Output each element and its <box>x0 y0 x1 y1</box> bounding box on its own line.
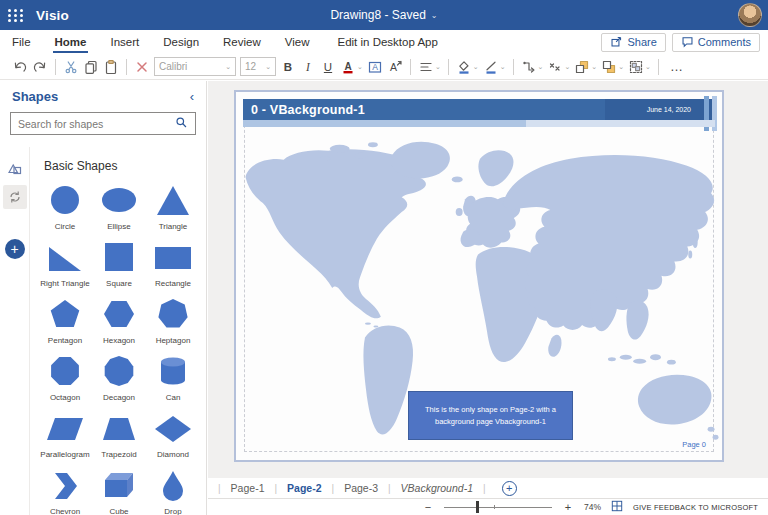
shape-label: Rectangle <box>155 279 191 288</box>
background-sub-band <box>243 120 715 127</box>
shape-label: Heptagon <box>156 336 191 345</box>
ribbon-toolbar: Calibri⌄12⌄BIUA⌄AA⌄⌄⌄⌄⌄⌄⌄⌄… <box>0 54 768 80</box>
shape-rectangle[interactable]: Rectangle <box>146 234 200 291</box>
background-title-band[interactable]: 0 - VBackground-1 June 14, 2020 <box>243 99 715 120</box>
shape-diamond[interactable]: Diamond <box>146 405 200 462</box>
document-title-text: Drawing8 - Saved <box>330 8 425 22</box>
shape-label: Hexagon <box>103 336 135 345</box>
menu-tab-design[interactable]: Design <box>151 30 211 54</box>
page-tab-page-2[interactable]: Page-2 <box>277 478 331 498</box>
shape-cube[interactable]: Cube <box>92 462 146 515</box>
page-tab-vbackground-1[interactable]: VBackground-1 <box>391 478 483 498</box>
toolbar-divider <box>55 59 56 75</box>
shape-pentagon[interactable]: Pentagon <box>38 291 92 348</box>
add-stencil-button[interactable]: + <box>5 239 25 259</box>
shape-label: Can <box>166 393 181 402</box>
clear-formatting-button[interactable]: A <box>385 57 405 77</box>
shape-triangle[interactable]: Triangle <box>146 177 200 234</box>
edit-in-desktop-link[interactable]: Edit in Desktop App <box>338 36 438 48</box>
undo-button[interactable] <box>10 57 30 77</box>
chevron-down-icon: ⌄ <box>431 11 438 20</box>
shape-label: Decagon <box>103 393 135 402</box>
app-launcher-icon[interactable] <box>0 0 32 30</box>
give-feedback-link[interactable]: GIVE FEEDBACK TO MICROSOFT <box>633 503 758 512</box>
toolbar-divider <box>658 59 659 75</box>
stencil-rail: + <box>0 147 30 515</box>
menu-tab-file[interactable]: File <box>0 30 43 54</box>
bring-forward-button[interactable]: ⌄ <box>572 57 599 77</box>
zoom-in-button[interactable]: + <box>562 501 574 513</box>
shape-label: Chevron <box>50 507 80 515</box>
shape-label: Triangle <box>159 222 188 231</box>
menu-tab-home[interactable]: Home <box>43 30 99 54</box>
align-button[interactable]: ⌄ <box>416 57 443 77</box>
shape-decagon[interactable]: Decagon <box>92 348 146 405</box>
text-box-button[interactable]: A <box>365 57 385 77</box>
shape-label: Right Triangle <box>40 279 89 288</box>
page-tab-page-3[interactable]: Page-3 <box>334 478 388 498</box>
zoom-out-button[interactable]: − <box>422 501 434 513</box>
shape-label: Drop <box>164 507 181 515</box>
group-button[interactable]: ⌄ <box>626 57 653 77</box>
status-bar: − + 74% GIVE FEEDBACK TO MICROSOFT <box>208 498 768 515</box>
shape-right-triangle[interactable]: Right Triangle <box>38 234 92 291</box>
shapes-search-input[interactable]: Search for shapes <box>10 112 196 135</box>
font-size-select[interactable]: 12⌄ <box>240 57 276 76</box>
avatar[interactable] <box>738 3 762 27</box>
svg-text:A: A <box>344 60 351 71</box>
shape-heptagon[interactable]: Heptagon <box>146 291 200 348</box>
underline-button[interactable]: U <box>318 57 338 77</box>
paste-button[interactable] <box>101 57 121 77</box>
menu-tab-view[interactable]: View <box>273 30 322 54</box>
menu-tab-review[interactable]: Review <box>211 30 273 54</box>
font-color-button[interactable]: A⌄ <box>338 57 365 77</box>
collapse-panel-icon[interactable]: ‹ <box>190 90 194 103</box>
zoom-slider-handle[interactable] <box>476 501 479 513</box>
shapes-panel-header: Shapes ‹ <box>0 81 206 110</box>
shape-parallelogram[interactable]: Parallelogram <box>38 405 92 462</box>
fill-color-button[interactable]: ⌄ <box>454 57 481 77</box>
redo-button[interactable] <box>30 57 50 77</box>
fit-page-to-window-icon[interactable] <box>611 498 623 515</box>
zoom-slider[interactable] <box>444 501 552 513</box>
zoom-level-label[interactable]: 74% <box>584 502 601 512</box>
share-button[interactable]: Share <box>601 33 665 52</box>
shape-ellipse[interactable]: Ellipse <box>92 177 146 234</box>
drawing-page[interactable]: 0 - VBackground-1 June 14, 2020 This is … <box>234 90 724 462</box>
italic-button[interactable]: I <box>298 57 318 77</box>
callout-shape[interactable]: This is the only shape on Page-2 with a … <box>408 391 573 440</box>
copy-button[interactable] <box>81 57 101 77</box>
shape-label: Pentagon <box>48 336 82 345</box>
font-family-select[interactable]: Calibri⌄ <box>154 57 236 76</box>
add-page-button[interactable]: + <box>502 481 517 496</box>
comments-button[interactable]: Comments <box>672 33 760 52</box>
shape-can[interactable]: Can <box>146 348 200 405</box>
search-icon[interactable] <box>175 115 188 133</box>
page-tabs-bar: |Page-1|Page-2|Page-3|VBackground-1|+ <box>208 478 768 498</box>
basic-shapes-stencil-icon[interactable] <box>3 155 27 179</box>
shape-label: Square <box>106 279 132 288</box>
page-tab-page-1[interactable]: Page-1 <box>221 478 275 498</box>
shape-square[interactable]: Square <box>92 234 146 291</box>
document-title[interactable]: Drawing8 - Saved ⌄ <box>330 8 437 22</box>
connector-button[interactable]: ⌄ <box>519 57 546 77</box>
shapes-panel-body: + Basic Shapes CircleEllipseTriangleRigh… <box>0 147 206 515</box>
shapes-panel-title: Shapes <box>12 89 58 104</box>
shape-hexagon[interactable]: Hexagon <box>92 291 146 348</box>
line-color-button[interactable]: ⌄ <box>481 57 508 77</box>
connection-points-button[interactable]: ⌄ <box>545 57 572 77</box>
send-backward-button[interactable]: ⌄ <box>599 57 626 77</box>
menu-tabs: FileHomeInsertDesignReviewView <box>0 30 322 54</box>
drawing-canvas[interactable]: 0 - VBackground-1 June 14, 2020 This is … <box>208 81 768 478</box>
menu-tab-insert[interactable]: Insert <box>98 30 151 54</box>
shape-circle[interactable]: Circle <box>38 177 92 234</box>
delete-button[interactable] <box>132 57 152 77</box>
cycle-shapes-stencil-icon[interactable] <box>3 185 27 209</box>
more-button[interactable]: … <box>664 57 686 77</box>
shape-chevron[interactable]: Chevron <box>38 462 92 515</box>
shape-octagon[interactable]: Octagon <box>38 348 92 405</box>
bold-button[interactable]: B <box>278 57 298 77</box>
cut-button[interactable] <box>61 57 81 77</box>
shape-drop[interactable]: Drop <box>146 462 200 515</box>
shape-trapezoid[interactable]: Trapezoid <box>92 405 146 462</box>
